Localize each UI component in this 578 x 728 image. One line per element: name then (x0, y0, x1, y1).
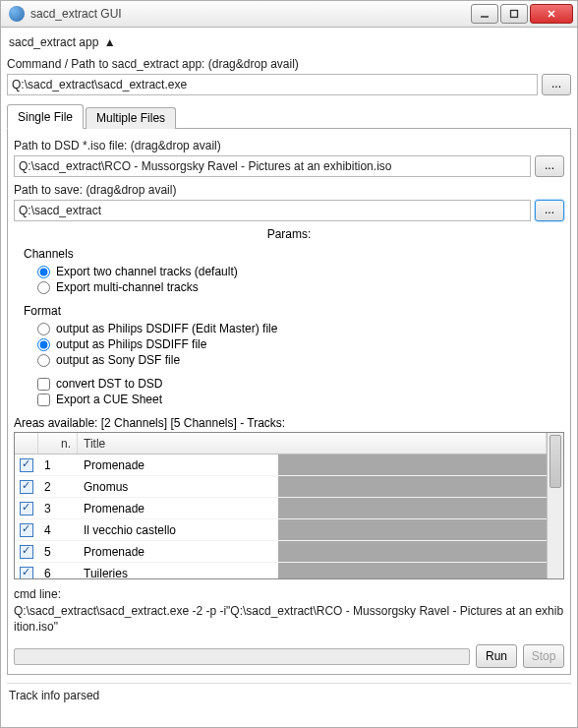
save-path-label: Path to save: (drag&drop avail) (14, 183, 564, 197)
checkbox-dst-input[interactable] (37, 378, 50, 391)
iso-browse-button[interactable]: ... (535, 155, 564, 177)
command-browse-button[interactable]: ... (542, 74, 571, 95)
checkbox-dst-label: convert DST to DSD (56, 377, 162, 391)
progress-bar (14, 648, 470, 665)
svg-rect-1 (511, 11, 518, 18)
titlebar: sacd_extract GUI (0, 0, 578, 28)
row-check[interactable] (15, 545, 38, 559)
radio-two-channel-input[interactable] (37, 266, 50, 278)
command-path-input[interactable] (7, 74, 538, 95)
radio-dsdiff-edit-input[interactable] (37, 323, 50, 335)
track-table: n. Title 1Promenade2Gnomus3Promenade4Il … (14, 432, 564, 579)
tab-multiple-files[interactable]: Multiple Files (86, 107, 176, 129)
radio-dsf-input[interactable] (37, 354, 50, 367)
radio-dsf-label: output as Sony DSF file (56, 353, 180, 367)
radio-two-channel-label: Export two channel tracks (default) (56, 265, 238, 278)
minimize-button[interactable] (471, 4, 498, 24)
checkbox-icon[interactable] (20, 545, 33, 559)
table-scrollbar[interactable] (547, 433, 563, 578)
table-row[interactable]: 4Il vecchio castello (15, 519, 547, 541)
cmdline-value: Q:\sacd_extract\sacd_extract.exe -2 -p -… (14, 604, 564, 635)
radio-dsf[interactable]: output as Sony DSF file (37, 353, 564, 367)
row-check[interactable] (15, 523, 38, 537)
col-n[interactable]: n. (38, 433, 78, 454)
tabstrip: Single File Multiple Files (7, 104, 571, 129)
iso-path-input[interactable] (14, 155, 531, 177)
tab-single-file[interactable]: Single File (7, 104, 84, 129)
row-n: 4 (38, 523, 78, 537)
maximize-icon (509, 9, 519, 19)
checkbox-icon[interactable] (20, 502, 33, 516)
app-icon (9, 6, 25, 22)
row-title: Promenade (78, 545, 278, 559)
radio-multi-channel-input[interactable] (37, 281, 50, 294)
table-row[interactable]: 1Promenade (15, 455, 547, 476)
save-browse-button[interactable]: ... (535, 200, 564, 221)
table-row[interactable]: 3Promenade (15, 498, 547, 519)
section-header[interactable]: sacd_extract app ▲ (7, 31, 571, 55)
row-check[interactable] (15, 502, 38, 516)
scrollbar-thumb[interactable] (549, 435, 561, 488)
checkbox-cue[interactable]: Export a CUE Sheet (37, 393, 564, 406)
iso-path-label: Path to DSD *.iso file: (drag&drop avail… (14, 139, 564, 152)
row-title: Promenade (78, 458, 278, 472)
table-row[interactable]: 2Gnomus (15, 476, 547, 498)
row-check[interactable] (15, 480, 38, 494)
row-n: 6 (38, 567, 78, 579)
close-button[interactable] (530, 4, 573, 24)
command-path-label: Command / Path to sacd_extract app: (dra… (7, 57, 571, 71)
window-title: sacd_extract GUI (30, 7, 469, 21)
row-check[interactable] (15, 458, 38, 472)
checkbox-cue-input[interactable] (37, 394, 50, 406)
radio-dsdiff-label: output as Philips DSDIFF file (56, 337, 206, 351)
row-title: Tuileries (78, 567, 278, 579)
checkbox-icon[interactable] (20, 480, 33, 494)
areas-label: Areas available: [2 Channels] [5 Channel… (14, 416, 564, 430)
stop-button[interactable]: Stop (523, 644, 564, 668)
checkbox-icon[interactable] (20, 567, 33, 579)
radio-two-channel[interactable]: Export two channel tracks (default) (37, 265, 564, 278)
cmdline-label: cmd line: (14, 587, 564, 601)
maximize-button[interactable] (500, 4, 528, 24)
col-title[interactable]: Title (78, 433, 547, 454)
format-label: Format (24, 304, 564, 318)
table-row[interactable]: 6Tuileries (15, 563, 547, 578)
radio-dsdiff-edit-label: output as Philips DSDIFF (Edit Master) f… (56, 322, 277, 335)
row-n: 1 (38, 458, 78, 472)
status-bar: Track info parsed (7, 683, 571, 704)
run-button[interactable]: Run (476, 644, 517, 668)
checkbox-icon[interactable] (20, 523, 33, 537)
checkbox-icon[interactable] (20, 458, 33, 472)
row-n: 3 (38, 502, 78, 516)
section-header-label: sacd_extract app (9, 35, 98, 49)
save-path-input[interactable] (14, 200, 531, 221)
minimize-icon (480, 9, 490, 19)
channels-label: Channels (24, 247, 564, 261)
row-check[interactable] (15, 567, 38, 579)
checkbox-dst[interactable]: convert DST to DSD (37, 377, 564, 391)
radio-multi-channel[interactable]: Export multi-channel tracks (37, 280, 564, 294)
row-n: 2 (38, 480, 78, 494)
row-title: Promenade (78, 502, 278, 516)
row-n: 5 (38, 545, 78, 559)
radio-dsdiff[interactable]: output as Philips DSDIFF file (37, 337, 564, 351)
radio-dsdiff-edit[interactable]: output as Philips DSDIFF (Edit Master) f… (37, 322, 564, 335)
collapse-arrow-icon: ▲ (104, 35, 116, 49)
row-title: Il vecchio castello (78, 523, 278, 537)
checkbox-cue-label: Export a CUE Sheet (56, 393, 162, 406)
close-icon (547, 9, 556, 19)
radio-multi-channel-label: Export multi-channel tracks (56, 280, 199, 294)
table-header: n. Title (15, 433, 547, 455)
table-row[interactable]: 5Promenade (15, 541, 547, 563)
row-title: Gnomus (78, 480, 278, 494)
params-header: Params: (14, 227, 564, 241)
col-check[interactable] (15, 433, 38, 454)
radio-dsdiff-input[interactable] (37, 338, 50, 351)
table-body[interactable]: 1Promenade2Gnomus3Promenade4Il vecchio c… (15, 455, 547, 578)
